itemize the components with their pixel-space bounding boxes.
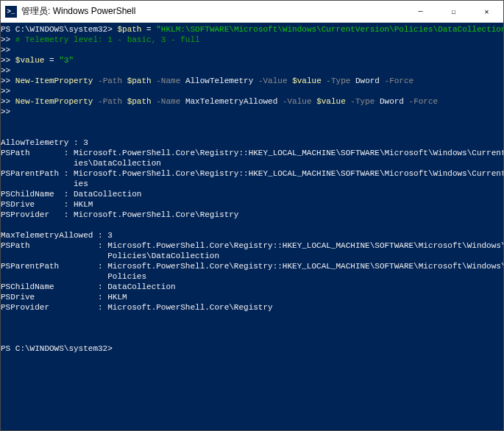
- variable: $path: [117, 25, 141, 34]
- continuation-prompt: >>: [1, 66, 10, 75]
- flag: -Force: [404, 97, 438, 106]
- titlebar[interactable]: >_ 管理员: Windows PowerShell — ☐ ✕: [1, 1, 503, 23]
- prompt-text: PS C:\WINDOWS\system32>: [1, 344, 113, 353]
- flag: -Path: [93, 97, 127, 106]
- comment: # Telemetry level: 1 - basic, 3 - full: [15, 35, 200, 44]
- powershell-icon: >_: [5, 6, 17, 18]
- close-button[interactable]: ✕: [470, 1, 503, 22]
- variable: $path: [127, 97, 152, 106]
- output-line: PSPath : Microsoft.PowerShell.Core\Regis…: [1, 149, 503, 157]
- argument: Dword: [355, 76, 380, 85]
- flag: -Path: [93, 76, 127, 85]
- continuation-prompt: >>: [1, 107, 10, 116]
- output-line: PSParentPath : Microsoft.PowerShell.Core…: [1, 169, 503, 178]
- maximize-button[interactable]: ☐: [437, 1, 470, 22]
- flag: -Name: [152, 97, 185, 106]
- continuation-prompt: >>: [1, 87, 10, 96]
- string-literal: "3": [59, 56, 74, 65]
- argument: AllowTelemetry: [185, 76, 253, 85]
- output-line: PSChildName : DataCollection: [1, 190, 141, 199]
- flag: -Type: [322, 76, 355, 85]
- output-line: ies\DataCollection: [1, 159, 161, 168]
- continuation-prompt: >>: [1, 35, 10, 44]
- minimize-button[interactable]: —: [404, 1, 437, 22]
- output-line: Policies: [1, 272, 146, 281]
- variable: $value: [316, 97, 346, 106]
- powershell-window: >_ 管理员: Windows PowerShell — ☐ ✕ PS C:\W…: [0, 0, 504, 431]
- output-line: PSDrive : HKLM: [1, 293, 127, 302]
- argument: MaxTelemetryAllowed: [185, 97, 277, 106]
- cmdlet: New-ItemProperty: [15, 76, 93, 85]
- continuation-prompt: >>: [1, 76, 10, 85]
- argument: Dword: [380, 97, 404, 106]
- continuation-prompt: >>: [1, 56, 10, 65]
- cmdlet: New-ItemProperty: [15, 97, 93, 106]
- flag: -Value: [277, 97, 316, 106]
- output-line: PSPath : Microsoft.PowerShell.Core\Regis…: [1, 241, 503, 250]
- output-line: MaxTelemetryAllowed : 3: [1, 231, 113, 240]
- output-line: PSChildName : DataCollection: [1, 282, 176, 291]
- variable: $value: [15, 56, 45, 65]
- output-line: PSProvider : Microsoft.PowerShell.Core\R…: [1, 303, 273, 312]
- window-title: 管理员: Windows PowerShell: [21, 5, 404, 18]
- output-line: Policies\DataCollection: [1, 252, 219, 260]
- continuation-prompt: >>: [1, 46, 10, 54]
- operator: =: [141, 25, 156, 34]
- variable: $value: [292, 76, 322, 85]
- operator: =: [44, 56, 59, 65]
- output-line: PSProvider : Microsoft.PowerShell.Core\R…: [1, 210, 238, 219]
- output-line: AllowTelemetry : 3: [1, 138, 88, 147]
- window-controls: — ☐ ✕: [404, 1, 503, 22]
- output-line: PSParentPath : Microsoft.PowerShell.Core…: [1, 262, 503, 271]
- flag: -Name: [152, 76, 185, 85]
- flag: -Force: [380, 76, 414, 85]
- terminal-area[interactable]: PS C:\WINDOWS\system32> $path = "HKLM:\S…: [1, 23, 503, 430]
- flag: -Value: [253, 76, 292, 85]
- flag: -Type: [346, 97, 380, 106]
- variable: $path: [127, 76, 152, 85]
- continuation-prompt: >>: [1, 97, 10, 106]
- string-literal: "HKLM:\SOFTWARE\Microsoft\Windows\Curren…: [156, 25, 503, 34]
- output-line: ies: [1, 179, 88, 188]
- prompt-text: PS C:\WINDOWS\system32>: [1, 25, 113, 34]
- output-line: PSDrive : HKLM: [1, 200, 93, 209]
